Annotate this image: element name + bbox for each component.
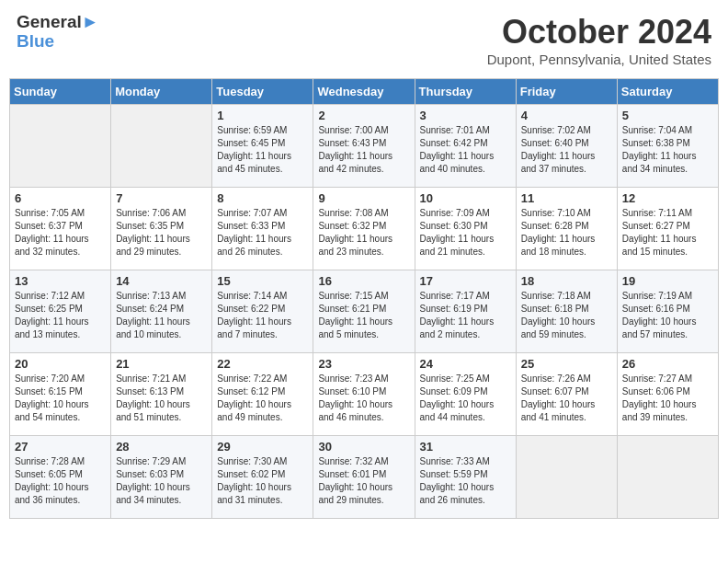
calendar-header-friday: Friday	[516, 79, 617, 105]
calendar-cell: 28Sunrise: 7:29 AMSunset: 6:03 PMDayligh…	[111, 436, 212, 519]
day-info: Sunrise: 7:20 AMSunset: 6:15 PMDaylight:…	[15, 373, 106, 424]
day-info: Sunrise: 7:32 AMSunset: 6:01 PMDaylight:…	[318, 455, 409, 507]
day-number: 18	[521, 274, 612, 288]
calendar-cell: 18Sunrise: 7:18 AMSunset: 6:18 PMDayligh…	[516, 270, 617, 353]
calendar-cell: 6Sunrise: 7:05 AMSunset: 6:37 PMDaylight…	[10, 188, 111, 270]
calendar-cell	[516, 436, 617, 519]
logo-line1: General►	[17, 13, 99, 32]
day-number: 9	[318, 191, 409, 205]
day-info: Sunrise: 7:00 AMSunset: 6:43 PMDaylight:…	[318, 124, 409, 176]
day-info: Sunrise: 7:23 AMSunset: 6:10 PMDaylight:…	[318, 373, 409, 424]
calendar-header-tuesday: Tuesday	[212, 79, 313, 105]
day-number: 11	[521, 191, 612, 205]
day-info: Sunrise: 7:05 AMSunset: 6:37 PMDaylight:…	[15, 207, 106, 259]
calendar-cell: 3Sunrise: 7:01 AMSunset: 6:42 PMDaylight…	[415, 105, 516, 188]
calendar-header-saturday: Saturday	[617, 79, 718, 105]
day-number: 14	[116, 274, 207, 288]
day-number: 22	[217, 357, 308, 371]
calendar-cell: 1Sunrise: 6:59 AMSunset: 6:45 PMDaylight…	[212, 105, 313, 188]
calendar-cell: 27Sunrise: 7:28 AMSunset: 6:05 PMDayligh…	[10, 436, 111, 519]
calendar-cell: 11Sunrise: 7:10 AMSunset: 6:28 PMDayligh…	[516, 188, 617, 270]
calendar-cell: 25Sunrise: 7:26 AMSunset: 6:07 PMDayligh…	[516, 353, 617, 436]
day-info: Sunrise: 7:11 AMSunset: 6:27 PMDaylight:…	[622, 207, 713, 259]
day-info: Sunrise: 7:29 AMSunset: 6:03 PMDaylight:…	[116, 455, 207, 507]
calendar-header-monday: Monday	[111, 79, 212, 105]
day-info: Sunrise: 7:30 AMSunset: 6:02 PMDaylight:…	[217, 455, 308, 507]
day-info: Sunrise: 7:15 AMSunset: 6:21 PMDaylight:…	[318, 290, 409, 341]
day-number: 15	[217, 274, 308, 288]
day-info: Sunrise: 7:27 AMSunset: 6:06 PMDaylight:…	[622, 373, 713, 424]
calendar-table: SundayMondayTuesdayWednesdayThursdayFrid…	[9, 78, 719, 519]
calendar-header-row: SundayMondayTuesdayWednesdayThursdayFrid…	[10, 79, 719, 105]
day-info: Sunrise: 6:59 AMSunset: 6:45 PMDaylight:…	[217, 124, 308, 176]
day-info: Sunrise: 7:22 AMSunset: 6:12 PMDaylight:…	[217, 373, 308, 424]
day-number: 20	[15, 357, 106, 371]
calendar-cell: 22Sunrise: 7:22 AMSunset: 6:12 PMDayligh…	[212, 353, 313, 436]
location-subtitle: Dupont, Pennsylvania, United States	[487, 52, 711, 67]
day-number: 29	[217, 440, 308, 454]
day-info: Sunrise: 7:04 AMSunset: 6:38 PMDaylight:…	[622, 124, 713, 176]
calendar-cell: 30Sunrise: 7:32 AMSunset: 6:01 PMDayligh…	[313, 436, 415, 519]
day-number: 3	[420, 109, 511, 122]
day-number: 2	[318, 109, 409, 122]
calendar-week-row: 13Sunrise: 7:12 AMSunset: 6:25 PMDayligh…	[10, 270, 719, 353]
day-number: 8	[217, 191, 308, 205]
logo: General► Blue	[17, 13, 99, 52]
calendar-cell: 17Sunrise: 7:17 AMSunset: 6:19 PMDayligh…	[415, 270, 516, 353]
calendar-cell	[111, 105, 212, 188]
day-number: 4	[521, 109, 612, 122]
day-info: Sunrise: 7:33 AMSunset: 5:59 PMDaylight:…	[420, 455, 511, 507]
day-info: Sunrise: 7:25 AMSunset: 6:09 PMDaylight:…	[420, 373, 511, 424]
day-info: Sunrise: 7:06 AMSunset: 6:35 PMDaylight:…	[116, 207, 207, 259]
day-number: 28	[116, 440, 207, 454]
calendar-cell: 13Sunrise: 7:12 AMSunset: 6:25 PMDayligh…	[10, 270, 111, 353]
day-info: Sunrise: 7:08 AMSunset: 6:32 PMDaylight:…	[318, 207, 409, 259]
month-title: October 2024	[487, 13, 711, 52]
day-info: Sunrise: 7:09 AMSunset: 6:30 PMDaylight:…	[420, 207, 511, 259]
day-info: Sunrise: 7:21 AMSunset: 6:13 PMDaylight:…	[116, 373, 207, 424]
day-number: 30	[318, 440, 409, 454]
page-header: General► Blue October 2024 Dupont, Penns…	[9, 9, 719, 71]
calendar-cell: 7Sunrise: 7:06 AMSunset: 6:35 PMDaylight…	[111, 188, 212, 270]
day-number: 16	[318, 274, 409, 288]
calendar-header-sunday: Sunday	[10, 79, 111, 105]
calendar-cell: 16Sunrise: 7:15 AMSunset: 6:21 PMDayligh…	[313, 270, 415, 353]
calendar-body: 1Sunrise: 6:59 AMSunset: 6:45 PMDaylight…	[10, 105, 719, 519]
day-info: Sunrise: 7:17 AMSunset: 6:19 PMDaylight:…	[420, 290, 511, 341]
calendar-cell	[10, 105, 111, 188]
calendar-cell: 26Sunrise: 7:27 AMSunset: 6:06 PMDayligh…	[617, 353, 718, 436]
day-number: 19	[622, 274, 713, 288]
logo-line2: Blue	[17, 32, 99, 52]
day-number: 31	[420, 440, 511, 454]
calendar-cell: 24Sunrise: 7:25 AMSunset: 6:09 PMDayligh…	[415, 353, 516, 436]
calendar-cell: 31Sunrise: 7:33 AMSunset: 5:59 PMDayligh…	[415, 436, 516, 519]
day-number: 24	[420, 357, 511, 371]
calendar-cell: 29Sunrise: 7:30 AMSunset: 6:02 PMDayligh…	[212, 436, 313, 519]
calendar-cell: 20Sunrise: 7:20 AMSunset: 6:15 PMDayligh…	[10, 353, 111, 436]
day-number: 21	[116, 357, 207, 371]
day-info: Sunrise: 7:02 AMSunset: 6:40 PMDaylight:…	[521, 124, 612, 176]
calendar-header-wednesday: Wednesday	[313, 79, 415, 105]
day-number: 12	[622, 191, 713, 205]
day-number: 10	[420, 191, 511, 205]
calendar-cell	[617, 436, 718, 519]
calendar-cell: 10Sunrise: 7:09 AMSunset: 6:30 PMDayligh…	[415, 188, 516, 270]
day-number: 7	[116, 191, 207, 205]
day-number: 23	[318, 357, 409, 371]
calendar-week-row: 20Sunrise: 7:20 AMSunset: 6:15 PMDayligh…	[10, 353, 719, 436]
day-number: 5	[622, 109, 713, 122]
day-number: 26	[622, 357, 713, 371]
calendar-cell: 12Sunrise: 7:11 AMSunset: 6:27 PMDayligh…	[617, 188, 718, 270]
day-number: 27	[15, 440, 106, 454]
day-number: 13	[15, 274, 106, 288]
calendar-cell: 4Sunrise: 7:02 AMSunset: 6:40 PMDaylight…	[516, 105, 617, 188]
day-info: Sunrise: 7:19 AMSunset: 6:16 PMDaylight:…	[622, 290, 713, 341]
calendar-cell: 15Sunrise: 7:14 AMSunset: 6:22 PMDayligh…	[212, 270, 313, 353]
day-info: Sunrise: 7:12 AMSunset: 6:25 PMDaylight:…	[15, 290, 106, 341]
calendar-cell: 19Sunrise: 7:19 AMSunset: 6:16 PMDayligh…	[617, 270, 718, 353]
day-info: Sunrise: 7:14 AMSunset: 6:22 PMDaylight:…	[217, 290, 308, 341]
day-info: Sunrise: 7:01 AMSunset: 6:42 PMDaylight:…	[420, 124, 511, 176]
calendar-cell: 14Sunrise: 7:13 AMSunset: 6:24 PMDayligh…	[111, 270, 212, 353]
calendar-cell: 9Sunrise: 7:08 AMSunset: 6:32 PMDaylight…	[313, 188, 415, 270]
day-info: Sunrise: 7:10 AMSunset: 6:28 PMDaylight:…	[521, 207, 612, 259]
